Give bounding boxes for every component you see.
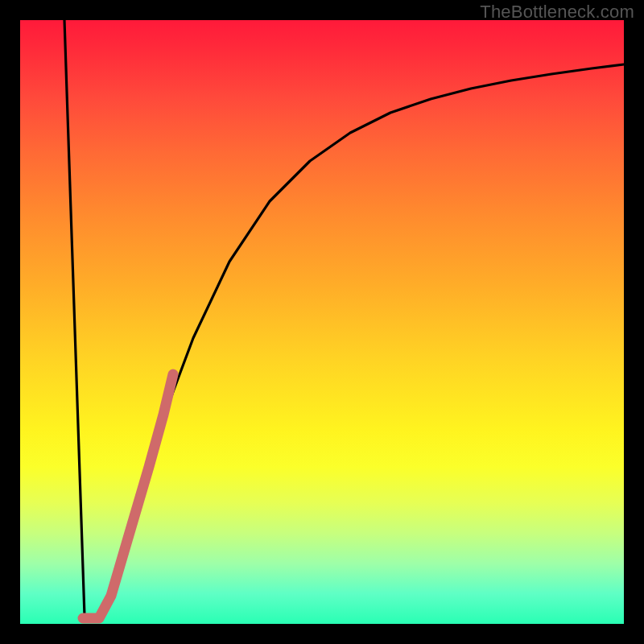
bottleneck-curve xyxy=(64,20,624,620)
watermark-text: TheBottleneck.com xyxy=(480,2,634,23)
chart-svg xyxy=(20,20,624,624)
highlight-segment xyxy=(83,374,173,618)
chart-frame: TheBottleneck.com xyxy=(0,0,644,644)
